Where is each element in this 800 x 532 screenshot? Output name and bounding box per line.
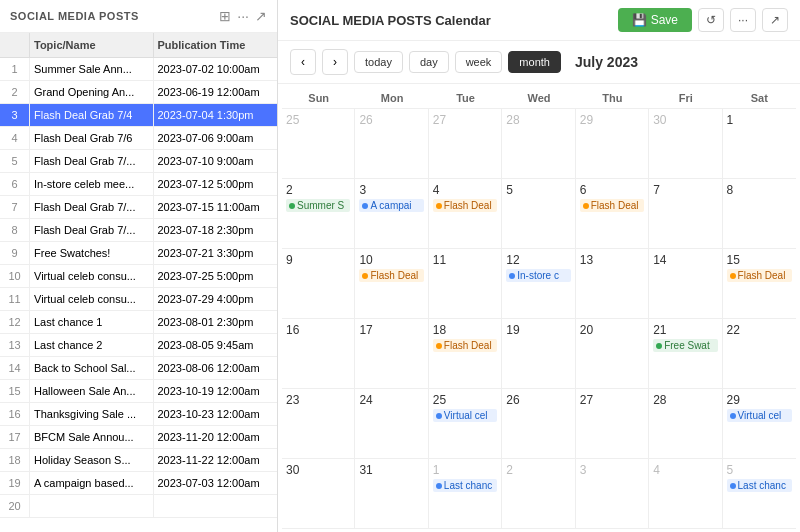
undo-button[interactable]: ↺ <box>698 8 724 32</box>
calendar-cell[interactable]: 9 <box>282 249 355 318</box>
table-row[interactable]: 12 Last chance 1 2023-08-01 2:30pm <box>0 311 277 334</box>
table-row[interactable]: 19 A campaign based... 2023-07-03 12:00a… <box>0 472 277 495</box>
save-button[interactable]: 💾 Save <box>618 8 692 32</box>
table-row[interactable]: 11 Virtual celeb consu... 2023-07-29 4:0… <box>0 288 277 311</box>
day-number: 4 <box>433 183 497 197</box>
calendar-cell[interactable]: 6Flash Deal <box>576 179 649 248</box>
calendar-cell[interactable]: 8 <box>723 179 796 248</box>
week-button[interactable]: week <box>455 51 503 73</box>
calendar-cell[interactable]: 31 <box>355 459 428 528</box>
calendar-cell[interactable]: 17 <box>355 319 428 388</box>
table-row[interactable]: 4 Flash Deal Grab 7/6 2023-07-06 9:00am <box>0 127 277 150</box>
more-icon[interactable]: ··· <box>237 8 249 24</box>
day-number: 7 <box>653 183 717 197</box>
calendar-week-row: 2Summer S3A campai4Flash Deal56Flash Dea… <box>282 179 796 249</box>
calendar-cell[interactable]: 2Summer S <box>282 179 355 248</box>
calendar-event[interactable]: A campai <box>359 199 423 212</box>
calendar-cell[interactable]: 7 <box>649 179 722 248</box>
table-row[interactable]: 8 Flash Deal Grab 7/... 2023-07-18 2:30p… <box>0 219 277 242</box>
table-row[interactable]: 17 BFCM Sale Annou... 2023-11-20 12:00am <box>0 426 277 449</box>
calendar-cell[interactable]: 13 <box>576 249 649 318</box>
calendar-event[interactable]: Flash Deal <box>727 269 792 282</box>
row-name: Flash Deal Grab 7/6 <box>30 127 154 149</box>
calendar-event[interactable]: Last chanc <box>727 479 792 492</box>
calendar-cell[interactable]: 10Flash Deal <box>355 249 428 318</box>
calendar-cell[interactable]: 5 <box>502 179 575 248</box>
table-row[interactable]: 14 Back to School Sal... 2023-08-06 12:0… <box>0 357 277 380</box>
calendar-cell[interactable]: 5Last chanc <box>723 459 796 528</box>
calendar-cell[interactable]: 28 <box>649 389 722 458</box>
calendar-event[interactable]: In-store c <box>506 269 570 282</box>
calendar-event[interactable]: Free Swat <box>653 339 717 352</box>
calendar-cell[interactable]: 19 <box>502 319 575 388</box>
calendar-cell[interactable]: 4Flash Deal <box>429 179 502 248</box>
calendar-event[interactable]: Last chanc <box>433 479 497 492</box>
calendar-cell[interactable]: 3A campai <box>355 179 428 248</box>
filter-icon[interactable]: ⊞ <box>219 8 231 24</box>
calendar-event[interactable]: Summer S <box>286 199 350 212</box>
table-row[interactable]: 16 Thanksgiving Sale ... 2023-10-23 12:0… <box>0 403 277 426</box>
calendar-cell[interactable]: 30 <box>649 109 722 178</box>
calendar-cell[interactable]: 3 <box>576 459 649 528</box>
calendar-cell[interactable]: 1Last chanc <box>429 459 502 528</box>
table-row[interactable]: 3 Flash Deal Grab 7/4 2023-07-04 1:30pm <box>0 104 277 127</box>
calendar-cell[interactable]: 29 <box>576 109 649 178</box>
calendar-cell[interactable]: 21Free Swat <box>649 319 722 388</box>
table-row[interactable]: 5 Flash Deal Grab 7/... 2023-07-10 9:00a… <box>0 150 277 173</box>
calendar-cell[interactable]: 30 <box>282 459 355 528</box>
calendar-cell[interactable]: 23 <box>282 389 355 458</box>
calendar-cell[interactable]: 1 <box>723 109 796 178</box>
calendar-cell[interactable]: 25 <box>282 109 355 178</box>
calendar-cell[interactable]: 12In-store c <box>502 249 575 318</box>
calendar-cell[interactable]: 26 <box>355 109 428 178</box>
calendar-cell[interactable]: 27 <box>576 389 649 458</box>
calendar-event[interactable]: Flash Deal <box>359 269 423 282</box>
row-num: 17 <box>0 426 30 448</box>
more-button[interactable]: ··· <box>730 8 756 32</box>
table-row[interactable]: 1 Summer Sale Ann... 2023-07-02 10:00am <box>0 58 277 81</box>
row-time: 2023-07-15 11:00am <box>154 196 278 218</box>
calendar-cell[interactable]: 26 <box>502 389 575 458</box>
calendar-event[interactable]: Virtual cel <box>433 409 497 422</box>
calendar-cell[interactable]: 22 <box>723 319 796 388</box>
calendar-cell[interactable]: 25Virtual cel <box>429 389 502 458</box>
row-time: 2023-07-10 9:00am <box>154 150 278 172</box>
resize-button[interactable]: ↗ <box>762 8 788 32</box>
calendar-event[interactable]: Flash Deal <box>580 199 644 212</box>
calendar-cell[interactable]: 27 <box>429 109 502 178</box>
resize-icon[interactable]: ↗ <box>255 8 267 24</box>
today-button[interactable]: today <box>354 51 403 73</box>
calendar-cell[interactable]: 2 <box>502 459 575 528</box>
day-button[interactable]: day <box>409 51 449 73</box>
table-row[interactable]: 7 Flash Deal Grab 7/... 2023-07-15 11:00… <box>0 196 277 219</box>
prev-button[interactable]: ‹ <box>290 49 316 75</box>
calendar-cell[interactable]: 29Virtual cel <box>723 389 796 458</box>
next-button[interactable]: › <box>322 49 348 75</box>
table-row[interactable]: 15 Halloween Sale An... 2023-10-19 12:00… <box>0 380 277 403</box>
calendar-cell[interactable]: 24 <box>355 389 428 458</box>
calendar-cell[interactable]: 11 <box>429 249 502 318</box>
calendar-cell[interactable]: 4 <box>649 459 722 528</box>
event-dot <box>583 203 589 209</box>
row-num: 6 <box>0 173 30 195</box>
month-button[interactable]: month <box>508 51 561 73</box>
day-number: 16 <box>286 323 350 337</box>
calendar-cell[interactable]: 15Flash Deal <box>723 249 796 318</box>
table-row[interactable]: 10 Virtual celeb consu... 2023-07-25 5:0… <box>0 265 277 288</box>
table-row[interactable]: 18 Holiday Season S... 2023-11-22 12:00a… <box>0 449 277 472</box>
calendar-cell[interactable]: 18Flash Deal <box>429 319 502 388</box>
table-row[interactable]: 20 <box>0 495 277 518</box>
table-row[interactable]: 9 Free Swatches! 2023-07-21 3:30pm <box>0 242 277 265</box>
calendar-event[interactable]: Flash Deal <box>433 339 497 352</box>
table-row[interactable]: 2 Grand Opening An... 2023-06-19 12:00am <box>0 81 277 104</box>
calendar-cell[interactable]: 20 <box>576 319 649 388</box>
calendar-cell[interactable]: 14 <box>649 249 722 318</box>
table-row[interactable]: 13 Last chance 2 2023-08-05 9:45am <box>0 334 277 357</box>
calendar-week-row: 910Flash Deal1112In-store c131415Flash D… <box>282 249 796 319</box>
table-row[interactable]: 6 In-store celeb mee... 2023-07-12 5:00p… <box>0 173 277 196</box>
calendar-cell[interactable]: 16 <box>282 319 355 388</box>
row-name: Thanksgiving Sale ... <box>30 403 154 425</box>
calendar-event[interactable]: Flash Deal <box>433 199 497 212</box>
calendar-cell[interactable]: 28 <box>502 109 575 178</box>
calendar-event[interactable]: Virtual cel <box>727 409 792 422</box>
